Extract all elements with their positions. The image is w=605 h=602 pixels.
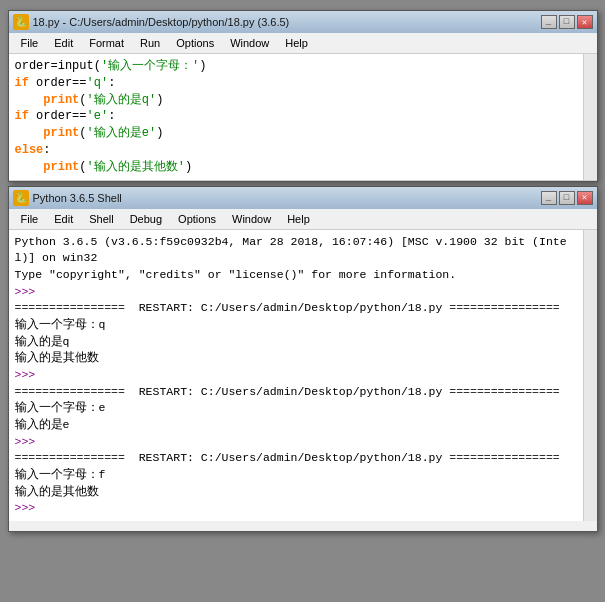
shell-output-e: 输入的是e	[15, 417, 591, 434]
maximize-button[interactable]: □	[559, 15, 575, 29]
shell-menu-options[interactable]: Options	[170, 211, 224, 227]
editor-window: 🐍 18.py - C:/Users/admin/Desktop/python/…	[8, 10, 598, 182]
shell-menu-edit[interactable]: Edit	[46, 211, 81, 227]
menu-file[interactable]: File	[13, 35, 47, 51]
shell-output[interactable]: Python 3.6.5 (v3.6.5:f59c0932b4, Mar 28 …	[9, 230, 597, 521]
shell-title-left: 🐍 Python 3.6.5 Shell	[13, 190, 122, 206]
minimize-button[interactable]: _	[541, 15, 557, 29]
editor-menu-bar: File Edit Format Run Options Window Help	[9, 33, 597, 54]
shell-menu-window[interactable]: Window	[224, 211, 279, 227]
code-line-6: else:	[15, 142, 591, 159]
shell-title-text: Python 3.6.5 Shell	[33, 192, 122, 204]
shell-output-other-1: 输入的是其他数	[15, 350, 591, 367]
code-line-4: if order=='e':	[15, 108, 591, 125]
shell-version-line3: Type "copyright", "credits" or "license(…	[15, 267, 591, 284]
shell-restart-3: ================ RESTART: C:/Users/admin…	[15, 450, 591, 467]
shell-scrollbar[interactable]	[583, 230, 597, 521]
editor-title-left: 🐍 18.py - C:/Users/admin/Desktop/python/…	[13, 14, 290, 30]
shell-restart-1: ================ RESTART: C:/Users/admin…	[15, 300, 591, 317]
shell-version-line1: Python 3.6.5 (v3.6.5:f59c0932b4, Mar 28 …	[15, 234, 591, 251]
shell-window: 🐍 Python 3.6.5 Shell _ □ ✕ File Edit She…	[8, 186, 598, 532]
shell-menu-bar: File Edit Shell Debug Options Window Hel…	[9, 209, 597, 230]
shell-input-e-prompt: 输入一个字母：e	[15, 400, 591, 417]
shell-menu-file[interactable]: File	[13, 211, 47, 227]
menu-window[interactable]: Window	[222, 35, 277, 51]
menu-edit[interactable]: Edit	[46, 35, 81, 51]
editor-icon: 🐍	[13, 14, 29, 30]
shell-title-bar: 🐍 Python 3.6.5 Shell _ □ ✕	[9, 187, 597, 209]
close-button[interactable]: ✕	[577, 15, 593, 29]
code-line-5: print('输入的是e')	[15, 125, 591, 142]
menu-run[interactable]: Run	[132, 35, 168, 51]
shell-bottom-bar	[9, 521, 597, 531]
code-line-3: print('输入的是q')	[15, 92, 591, 109]
code-editor[interactable]: order=input('输入一个字母：') if order=='q': pr…	[9, 54, 597, 181]
shell-icon: 🐍	[13, 190, 29, 206]
editor-scrollbar[interactable]	[583, 54, 597, 180]
shell-close-button[interactable]: ✕	[577, 191, 593, 205]
shell-output-q: 输入的是q	[15, 334, 591, 351]
shell-prompt-3: >>>	[15, 434, 591, 451]
shell-maximize-button[interactable]: □	[559, 191, 575, 205]
shell-menu-debug[interactable]: Debug	[122, 211, 170, 227]
shell-prompt-2: >>>	[15, 367, 591, 384]
menu-options[interactable]: Options	[168, 35, 222, 51]
shell-version-line2: l)] on win32	[15, 250, 591, 267]
menu-help[interactable]: Help	[277, 35, 316, 51]
shell-menu-shell[interactable]: Shell	[81, 211, 121, 227]
shell-output-other-2: 输入的是其他数	[15, 484, 591, 501]
code-line-1: order=input('输入一个字母：')	[15, 58, 591, 75]
shell-prompt-4: >>>	[15, 500, 591, 517]
shell-restart-2: ================ RESTART: C:/Users/admin…	[15, 384, 591, 401]
editor-title-buttons: _ □ ✕	[541, 15, 593, 29]
shell-menu-help[interactable]: Help	[279, 211, 318, 227]
shell-input-q-prompt: 输入一个字母：q	[15, 317, 591, 334]
shell-input-f-prompt: 输入一个字母：f	[15, 467, 591, 484]
editor-title-bar: 🐍 18.py - C:/Users/admin/Desktop/python/…	[9, 11, 597, 33]
shell-prompt-1: >>>	[15, 284, 591, 301]
shell-minimize-button[interactable]: _	[541, 191, 557, 205]
menu-format[interactable]: Format	[81, 35, 132, 51]
code-line-2: if order=='q':	[15, 75, 591, 92]
shell-title-buttons: _ □ ✕	[541, 191, 593, 205]
code-line-7: print('输入的是其他数')	[15, 159, 591, 176]
editor-title-text: 18.py - C:/Users/admin/Desktop/python/18…	[33, 16, 290, 28]
